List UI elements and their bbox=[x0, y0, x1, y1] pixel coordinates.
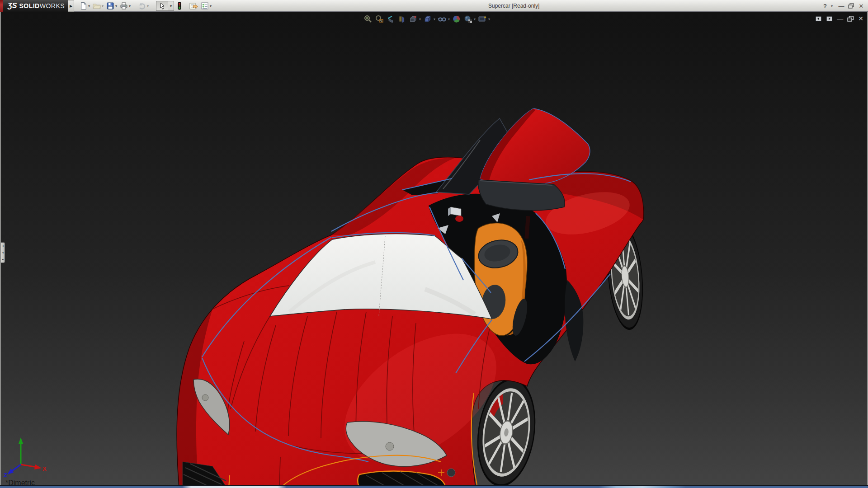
options-form-button[interactable]: ▾ bbox=[201, 2, 212, 10]
section-view-button[interactable] bbox=[397, 14, 406, 23]
right-headlight-lamp bbox=[386, 442, 394, 450]
document-restore-button[interactable] bbox=[847, 16, 854, 22]
left-headlight-lamp bbox=[202, 394, 208, 401]
rearview-mirror bbox=[451, 207, 461, 216]
save-dropdown-caret[interactable]: ▾ bbox=[115, 4, 117, 8]
properties-sheet-icon bbox=[189, 2, 198, 10]
new-document-button[interactable]: ▾ bbox=[80, 2, 90, 10]
pane-right-icon bbox=[826, 16, 833, 22]
display-style-button[interactable]: ▾ bbox=[423, 14, 435, 23]
close-button[interactable]: ✕ bbox=[857, 3, 865, 9]
help-button[interactable]: ? bbox=[821, 3, 829, 9]
display-style-caret[interactable]: ▾ bbox=[434, 17, 435, 21]
select-tool-button[interactable]: ▾ bbox=[156, 1, 174, 11]
collapse-arrow-icon: ◂ bbox=[2, 244, 3, 247]
pane-right-button[interactable] bbox=[826, 16, 833, 22]
view-settings-icon bbox=[478, 14, 487, 23]
new-dropdown-caret[interactable]: ▾ bbox=[88, 4, 90, 8]
section-view-icon bbox=[397, 14, 406, 23]
display-style-icon bbox=[423, 14, 432, 23]
zoom-to-area-button[interactable] bbox=[375, 14, 384, 23]
zoom-to-area-icon bbox=[375, 14, 384, 23]
collapse-arrow-icon: ◂ bbox=[2, 258, 3, 261]
stoplight-button[interactable] bbox=[177, 2, 182, 10]
triad-x-label: X bbox=[42, 465, 47, 472]
supercar-3d-model bbox=[0, 12, 868, 485]
open-dropdown-caret[interactable]: ▾ bbox=[102, 4, 104, 8]
logo-text-solid: SOLID bbox=[19, 2, 39, 9]
restore-icon bbox=[848, 3, 854, 9]
open-button[interactable]: ▾ bbox=[93, 2, 104, 10]
apply-scene-icon bbox=[463, 14, 472, 23]
edit-appearance-button[interactable] bbox=[452, 14, 461, 23]
view-orientation-button[interactable]: ▾ bbox=[409, 14, 421, 23]
options-dropdown-caret[interactable]: ▾ bbox=[210, 4, 212, 8]
triad-z-label: Z bbox=[4, 472, 7, 477]
reference-triad: X Z bbox=[3, 432, 48, 477]
hide-show-items-button[interactable]: ▾ bbox=[438, 14, 450, 23]
document-restore-icon bbox=[847, 16, 854, 22]
properties-button[interactable] bbox=[189, 2, 198, 10]
document-window-controls: — ✕ bbox=[815, 15, 863, 22]
view-orientation-label: *Dimetric bbox=[5, 479, 35, 485]
pane-left-button[interactable] bbox=[815, 16, 822, 22]
zoom-to-fit-icon bbox=[363, 14, 373, 23]
view-orientation-icon bbox=[409, 14, 418, 23]
open-folder-icon bbox=[93, 2, 101, 10]
headsup-view-toolbar: ▾ ▾ ▾ bbox=[363, 14, 492, 23]
edit-appearance-icon bbox=[452, 14, 461, 23]
brand-red-strip bbox=[0, 0, 3, 12]
print-button[interactable]: ▾ bbox=[120, 2, 131, 10]
undo-dropdown-caret[interactable]: ▾ bbox=[147, 4, 149, 8]
interior-red-detail bbox=[455, 216, 463, 222]
statusbar-sliver bbox=[0, 485, 868, 488]
previous-view-icon bbox=[386, 14, 395, 23]
view-orientation-caret[interactable]: ▾ bbox=[419, 17, 421, 21]
options-form-icon bbox=[201, 2, 209, 10]
select-cursor-icon bbox=[159, 2, 165, 9]
window-border-left bbox=[0, 12, 1, 485]
save-button[interactable]: ▾ bbox=[106, 2, 117, 10]
view-settings-button[interactable]: ▾ bbox=[478, 14, 490, 23]
select-dropdown-caret[interactable]: ▾ bbox=[168, 1, 174, 11]
window-title: Supercar [Read-only] bbox=[488, 0, 539, 12]
previous-view-button[interactable] bbox=[386, 14, 395, 23]
logo-text-works: WORKS bbox=[40, 2, 65, 9]
apply-scene-caret[interactable]: ▾ bbox=[474, 17, 476, 21]
minimize-button[interactable]: — bbox=[837, 3, 845, 9]
document-minimize-button[interactable]: — bbox=[837, 15, 843, 22]
ds-logo-icon: ƷS bbox=[8, 2, 17, 10]
undo-button[interactable]: ▾ bbox=[138, 2, 149, 10]
hide-show-caret[interactable]: ▾ bbox=[448, 17, 450, 21]
zoom-to-fit-button[interactable] bbox=[363, 14, 373, 23]
door-inner-panel bbox=[478, 180, 565, 211]
print-dropdown-caret[interactable]: ▾ bbox=[129, 4, 131, 8]
pane-left-icon bbox=[815, 16, 822, 22]
document-close-button[interactable]: ✕ bbox=[858, 15, 863, 22]
help-dropdown-caret[interactable]: ▾ bbox=[831, 4, 835, 8]
hide-show-items-icon bbox=[438, 14, 447, 23]
titlebar: ƷS SOLIDWORKS ▶ ▾ ▾ bbox=[0, 0, 868, 12]
flyout-arrow-icon: ▶ bbox=[70, 4, 72, 8]
collapse-arrow-icon: ◂ bbox=[2, 251, 3, 254]
fog-lamp bbox=[447, 469, 455, 477]
graphics-viewport[interactable]: ▾ ▾ ▾ bbox=[0, 12, 868, 485]
restore-button[interactable] bbox=[847, 3, 855, 9]
apply-scene-button[interactable]: ▾ bbox=[463, 14, 476, 23]
menu-flyout-button[interactable]: ▶ bbox=[68, 0, 74, 12]
stoplight-icon bbox=[177, 2, 182, 10]
solidworks-logo: ƷS SOLIDWORKS bbox=[3, 0, 68, 12]
save-floppy-icon bbox=[106, 2, 114, 10]
standard-toolbar: ▾ ▾ ▾ bbox=[80, 0, 214, 12]
undo-icon bbox=[138, 2, 146, 10]
print-icon bbox=[120, 2, 128, 10]
window-controls: ? ▾ — ✕ bbox=[821, 0, 865, 12]
view-settings-caret[interactable]: ▾ bbox=[488, 17, 490, 21]
feature-tree-collapsed-tab[interactable]: ◂ ◂ ◂ bbox=[1, 242, 5, 263]
new-document-icon bbox=[80, 2, 87, 10]
